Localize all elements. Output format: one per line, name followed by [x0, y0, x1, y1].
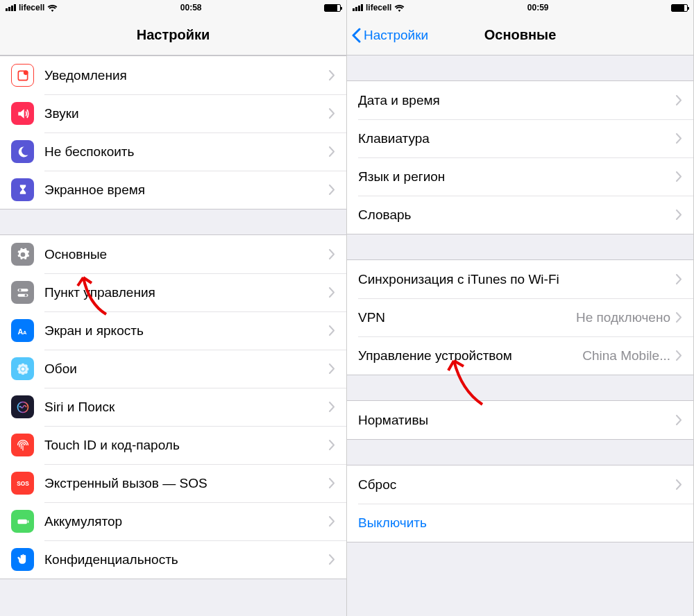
- row-label: Управление устройством: [358, 348, 582, 363]
- general-screen: lifecell 00:59 Настройки Основные Дата и…: [347, 0, 694, 616]
- chevron-right-icon: [329, 440, 335, 450]
- hourglass-icon: [11, 178, 34, 201]
- row-label: VPN: [358, 310, 576, 325]
- svg-point-1: [23, 70, 28, 75]
- row-label: Touch ID и код-пароль: [44, 438, 329, 453]
- battery-icon: [324, 4, 341, 12]
- svg-rect-20: [27, 520, 28, 522]
- chevron-right-icon: [329, 185, 335, 195]
- row-label: Экранное время: [44, 182, 329, 198]
- chevron-right-icon: [329, 325, 335, 336]
- row-value: China Mobile...: [582, 348, 670, 363]
- settings-row-datetime[interactable]: Дата и время: [347, 81, 693, 119]
- row-label: Язык и регион: [358, 169, 676, 185]
- general-list[interactable]: Дата и времяКлавиатураЯзык и регионСлова…: [347, 55, 693, 616]
- chevron-right-icon: [329, 402, 335, 412]
- wifi-icon: [394, 4, 405, 12]
- settings-row-battery[interactable]: Аккумулятор: [0, 502, 346, 540]
- row-value: Не подключено: [576, 310, 670, 325]
- settings-list[interactable]: УведомленияЗвукиНе беспокоитьЭкранное вр…: [0, 55, 346, 616]
- clock: 00:59: [527, 3, 549, 12]
- carrier-label: lifecell: [19, 3, 44, 12]
- wifi-icon: [47, 4, 58, 12]
- settings-screen: lifecell 00:58 Настройки УведомленияЗвук…: [0, 0, 347, 616]
- settings-row-itunes-wifi[interactable]: Синхронизация с iTunes по Wi-Fi: [347, 260, 693, 298]
- chevron-right-icon: [329, 146, 335, 157]
- chevron-right-icon: [676, 209, 682, 220]
- settings-row-touchid[interactable]: Touch ID и код-пароль: [0, 426, 346, 464]
- settings-row-dnd[interactable]: Не беспокоить: [0, 132, 346, 171]
- row-label: Аккумулятор: [44, 514, 329, 529]
- chevron-right-icon: [676, 274, 682, 284]
- svg-point-16: [24, 370, 27, 373]
- settings-row-reset[interactable]: Сброс: [347, 465, 693, 504]
- chevron-right-icon: [676, 133, 682, 144]
- chevron-right-icon: [329, 363, 335, 374]
- chevron-right-icon: [676, 415, 682, 425]
- flower-icon: [11, 357, 34, 380]
- switches-icon: [11, 281, 34, 304]
- svg-point-3: [19, 289, 21, 291]
- row-label: Клавиатура: [358, 131, 676, 146]
- settings-row-display[interactable]: AAЭкран и яркость: [0, 311, 346, 350]
- chevron-right-icon: [676, 479, 682, 490]
- svg-text:SOS: SOS: [17, 480, 29, 487]
- settings-row-dictionary[interactable]: Словарь: [347, 196, 693, 234]
- settings-row-device-mgmt[interactable]: Управление устройствомChina Mobile...: [347, 336, 693, 375]
- chevron-right-icon: [329, 516, 335, 527]
- chevron-right-icon: [329, 554, 335, 565]
- back-label: Настройки: [364, 28, 428, 43]
- svg-point-5: [24, 294, 26, 296]
- status-bar: lifecell 00:59: [347, 0, 693, 15]
- status-bar: lifecell 00:58: [0, 0, 346, 15]
- settings-row-keyboard[interactable]: Клавиатура: [347, 119, 693, 157]
- hand-icon: [11, 548, 34, 571]
- settings-row-vpn[interactable]: VPNНе подключено: [347, 298, 693, 336]
- signal-icon: [6, 4, 16, 11]
- settings-row-wallpaper[interactable]: Обои: [0, 350, 346, 388]
- settings-row-sos[interactable]: SOSЭкстренный вызов — SOS: [0, 464, 346, 502]
- back-button[interactable]: Настройки: [351, 28, 428, 43]
- clock: 00:58: [180, 3, 202, 12]
- settings-row-notifications[interactable]: Уведомления: [0, 56, 346, 94]
- chevron-right-icon: [329, 478, 335, 488]
- sounds-icon: [11, 102, 34, 125]
- chevron-right-icon: [676, 95, 682, 105]
- page-title: Настройки: [137, 27, 210, 43]
- chevron-right-icon: [329, 70, 335, 80]
- settings-row-siri[interactable]: Siri и Поиск: [0, 388, 346, 426]
- chevron-right-icon: [676, 350, 682, 361]
- settings-row-screentime[interactable]: Экранное время: [0, 171, 346, 209]
- row-label: Не беспокоить: [44, 144, 329, 160]
- chevron-right-icon: [676, 171, 682, 182]
- settings-row-privacy[interactable]: Конфиденциальность: [0, 540, 346, 579]
- notifications-icon: [11, 64, 34, 87]
- chevron-right-icon: [676, 312, 682, 323]
- settings-row-general[interactable]: Основные: [0, 235, 346, 273]
- fingerprint-icon: [11, 434, 34, 456]
- aa-icon: AA: [11, 319, 34, 342]
- nav-bar: Настройки Основные: [347, 15, 693, 55]
- row-label: Уведомления: [44, 68, 329, 83]
- carrier-label: lifecell: [366, 3, 391, 12]
- page-title: Основные: [484, 27, 557, 43]
- row-label: Пункт управления: [44, 285, 329, 300]
- signal-icon: [353, 4, 363, 11]
- row-label: Конфиденциальность: [44, 552, 329, 567]
- settings-row-regulatory[interactable]: Нормативы: [347, 401, 693, 439]
- chevron-right-icon: [329, 249, 335, 259]
- row-label: Нормативы: [358, 413, 676, 428]
- row-label: Основные: [44, 247, 329, 262]
- moon-icon: [11, 140, 34, 163]
- row-label: Сброс: [358, 477, 676, 493]
- row-label: Синхронизация с iTunes по Wi-Fi: [358, 272, 676, 287]
- settings-row-shutdown[interactable]: Выключить: [347, 504, 693, 542]
- settings-row-sounds[interactable]: Звуки: [0, 94, 346, 132]
- siri-icon: [11, 395, 34, 418]
- row-label: Обои: [44, 361, 329, 377]
- gear-icon: [11, 243, 34, 266]
- settings-row-controlcenter[interactable]: Пункт управления: [0, 273, 346, 311]
- nav-bar: Настройки: [0, 15, 346, 55]
- row-label: Siri и Поиск: [44, 400, 329, 415]
- settings-row-language[interactable]: Язык и регион: [347, 157, 693, 196]
